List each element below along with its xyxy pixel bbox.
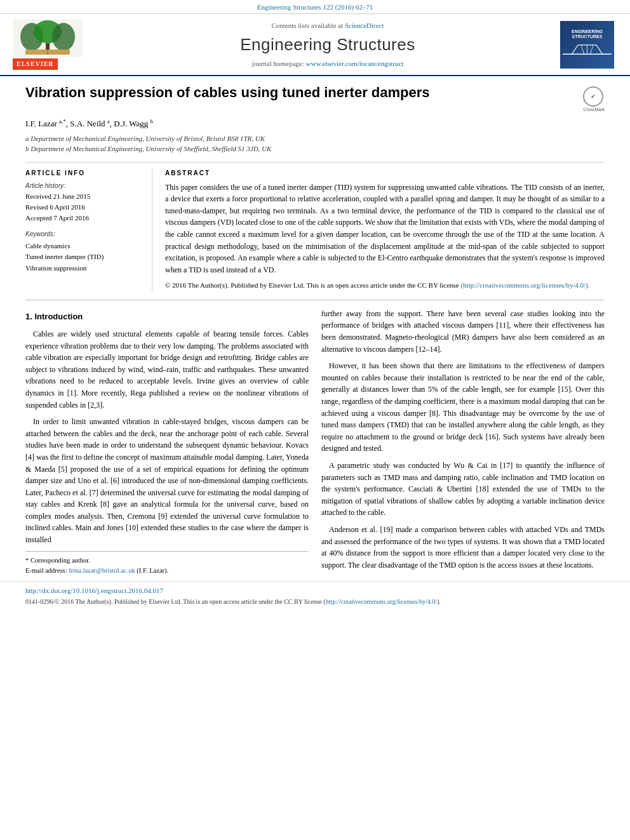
publisher-logo-area: ELSEVIER <box>13 19 95 70</box>
svg-line-8 <box>572 45 578 54</box>
info-abstract-section: ARTICLE INFO Article history: Received 2… <box>25 162 605 291</box>
journal-title: Engineering Structures <box>102 33 554 56</box>
intro-para-5: A parametric study was conducted by Wu &… <box>321 460 605 519</box>
intro-para-1: Cables are widely used structural elemen… <box>25 328 309 411</box>
history-label: Article history: <box>25 182 143 190</box>
section1-title: 1. Introduction <box>25 310 309 323</box>
abstract-text: This paper considers the use of a tuned … <box>165 182 605 276</box>
accepted-date: Accepted 7 April 2016 <box>25 213 143 223</box>
keyword-1: Cable dynamics <box>25 241 143 252</box>
es-logo-text: ENGINEERINGSTRUCTURES <box>572 29 603 40</box>
journal-ref-text: Engineering Structures 122 (2016) 62–71 <box>257 3 373 11</box>
elsevier-tree-icon <box>13 19 83 57</box>
article-info-heading: ARTICLE INFO <box>25 169 143 178</box>
science-direct-link[interactable]: ScienceDirect <box>345 22 384 29</box>
affiliations: a Department of Mechanical Engineering, … <box>25 133 605 154</box>
article-info: ARTICLE INFO Article history: Received 2… <box>25 169 152 291</box>
email-name: (I.F. Lazar). <box>137 567 168 574</box>
cc-license-link[interactable]: (http://creativecommons.org/licenses/by/… <box>460 281 589 289</box>
svg-point-3 <box>52 23 75 51</box>
corresponding-author-note: * Corresponding author. <box>25 556 309 566</box>
doi-link[interactable]: http://dx.doi.org/10.1016/j.engstruct.20… <box>25 587 163 594</box>
email-line: E-mail address: Irina.lazar@bristol.ac.u… <box>25 566 309 576</box>
abstract-section: ABSTRACT This paper considers the use of… <box>165 169 605 291</box>
copyright-line: © 2016 The Author(s). Published by Elsev… <box>165 281 605 290</box>
svg-line-12 <box>590 45 593 54</box>
intro-para-2: In order to limit unwanted vibration in … <box>25 416 309 546</box>
title-row: Vibration suppression of cables using tu… <box>25 84 605 113</box>
journal-header: ELSEVIER Contents lists available at Sci… <box>0 14 630 76</box>
footnote-area: * Corresponding author. E-mail address: … <box>25 551 309 577</box>
intro-para-3: further away from the support. There hav… <box>321 308 605 355</box>
intro-para-6: Anderson et al. [19] made a comparison b… <box>321 524 605 571</box>
doi-line: http://dx.doi.org/10.1016/j.engstruct.20… <box>25 585 605 597</box>
crossmark-label: CrossMark <box>583 107 605 113</box>
intro-para-4: However, it has been shown that there ar… <box>321 360 605 455</box>
body-col-right: further away from the support. There hav… <box>321 308 605 576</box>
crossmark-icon: ✓ <box>583 86 603 107</box>
elsevier-logo: ELSEVIER <box>13 19 95 70</box>
issn-line: 0141-0296/© 2016 The Author(s). Publishe… <box>25 597 605 607</box>
engineering-structures-logo: ENGINEERINGSTRUCTURES <box>560 21 614 69</box>
elsevier-wordmark: ELSEVIER <box>13 58 58 70</box>
affiliation-a: a Department of Mechanical Engineering, … <box>25 133 605 144</box>
article-content: Vibration suppression of cables using tu… <box>0 76 630 576</box>
journal-homepage: journal homepage: www.elsevier.com/locat… <box>102 59 554 69</box>
journal-logo-area: ENGINEERINGSTRUCTURES <box>560 21 617 69</box>
journal-title-area: Contents lists available at ScienceDirec… <box>102 21 554 69</box>
received-date: Received 21 June 2015 <box>25 192 143 201</box>
crossmark-badge[interactable]: ✓ CrossMark <box>583 86 605 113</box>
footer-license-link[interactable]: http://creativecommons.org/licenses/by/4… <box>326 598 437 605</box>
author-email[interactable]: Irina.lazar@bristol.ac.uk <box>69 567 135 574</box>
abstract-heading: ABSTRACT <box>165 169 605 178</box>
keyword-3: Vibration suppression <box>25 263 143 274</box>
science-direct-line: Contents lists available at ScienceDirec… <box>102 21 554 30</box>
body-divider <box>25 300 605 300</box>
article-title: Vibration suppression of cables using tu… <box>25 84 577 102</box>
body-columns: 1. Introduction Cables are widely used s… <box>25 308 605 576</box>
authors-line: I.F. Lazar a,*, S.A. Neild a, D.J. Wagg … <box>25 117 605 130</box>
revised-date: Revised 6 April 2016 <box>25 203 143 212</box>
homepage-url[interactable]: www.elsevier.com/locate/engstruct <box>306 60 404 67</box>
body-col-left: 1. Introduction Cables are widely used s… <box>25 308 309 576</box>
es-logo-bridge-icon <box>563 42 612 60</box>
affiliation-b: b Department of Mechanical Engineering, … <box>25 143 605 154</box>
keywords-label: Keywords: <box>25 230 143 239</box>
keyword-2: Tuned inerter damper (TID) <box>25 251 143 263</box>
email-label: E-mail address: <box>25 567 67 574</box>
svg-line-9 <box>596 45 603 54</box>
svg-line-11 <box>581 45 584 54</box>
footer-bar: http://dx.doi.org/10.1016/j.engstruct.20… <box>0 581 630 611</box>
journal-reference-bar: Engineering Structures 122 (2016) 62–71 <box>0 0 630 14</box>
authors-text: I.F. Lazar a,*, S.A. Neild a, D.J. Wagg … <box>25 119 153 128</box>
